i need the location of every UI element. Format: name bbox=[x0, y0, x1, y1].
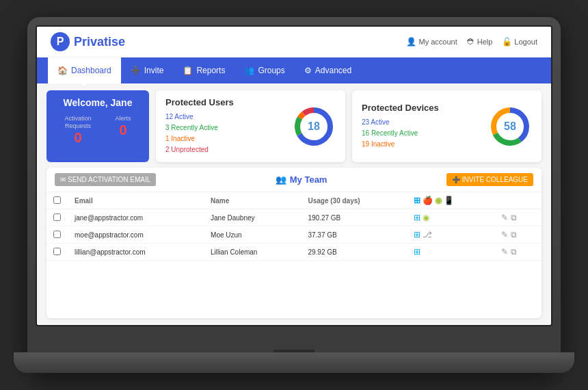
plus-icon: ➕ bbox=[452, 176, 460, 183]
team-title: 👥 My Team bbox=[276, 174, 328, 185]
row-2-os: ⊞ ⎇ bbox=[407, 226, 494, 244]
help-icon: ⛑ bbox=[467, 37, 475, 47]
win-icon: ⊞ bbox=[414, 247, 420, 257]
help-button[interactable]: ⛑ Help bbox=[467, 37, 493, 47]
table-row: jane@appstractor.com Jane Daubney 190.27… bbox=[46, 209, 542, 226]
app-container: P Privatise 👤 My account ⛑ Help 🔓 Logout bbox=[37, 27, 551, 325]
users-total: 18 bbox=[308, 120, 320, 133]
advanced-icon: ⚙ bbox=[304, 66, 312, 75]
copy-icon[interactable]: ⧉ bbox=[511, 230, 517, 239]
invite-icon: ➕ bbox=[131, 66, 141, 75]
devices-inactive: 19 Inactive bbox=[362, 139, 479, 150]
my-account-button[interactable]: 👤 My account bbox=[406, 37, 457, 47]
select-all-checkbox[interactable] bbox=[53, 196, 61, 204]
main-nav: 🏠 Dashboard ➕ Invite 📋 Reports 👥 Groups … bbox=[37, 57, 551, 83]
ios-icon: 📱 bbox=[444, 196, 454, 205]
row-1-checkbox[interactable] bbox=[53, 213, 61, 221]
top-cards-row: Welcome, Jane ActivationRequests 0 Alert… bbox=[46, 90, 542, 162]
users-active: 12 Active bbox=[165, 112, 282, 122]
team-icon: 👥 bbox=[276, 174, 286, 185]
row-2-name: Moe Uzun bbox=[204, 226, 301, 244]
devices-total: 58 bbox=[504, 120, 516, 133]
logo-text: Privatise bbox=[74, 35, 125, 49]
edit-icon[interactable]: ✎ bbox=[501, 213, 508, 222]
row-1-usage: 190.27 GB bbox=[301, 209, 407, 226]
row-2-email: moe@appstractor.com bbox=[68, 226, 204, 244]
dashboard-icon: 🏠 bbox=[57, 66, 68, 75]
table-row: lillian@appstractor.com Lillian Coleman … bbox=[46, 244, 542, 261]
users-unprotected: 2 Unprotected bbox=[165, 144, 282, 155]
users-recently-active: 3 Recently Active bbox=[165, 122, 282, 133]
usb-icon: ⎇ bbox=[423, 230, 432, 239]
activation-value: 0 bbox=[64, 130, 91, 146]
devices-stats: 23 Active 16 Recently Active 19 Inactive bbox=[362, 117, 479, 150]
actions-column-header bbox=[494, 192, 542, 209]
logo-icon: P bbox=[51, 32, 70, 51]
devices-active: 23 Active bbox=[362, 117, 479, 128]
activation-label: ActivationRequests bbox=[64, 115, 91, 130]
row-3-checkbox[interactable] bbox=[53, 248, 61, 255]
row-3-usage: 29.92 GB bbox=[301, 244, 407, 261]
row-3-name: Lillian Coleman bbox=[204, 244, 301, 261]
logout-icon: 🔓 bbox=[502, 37, 512, 47]
devices-donut-chart: 58 bbox=[488, 105, 532, 148]
protected-devices-card: Protected Devices 23 Active 16 Recently … bbox=[352, 90, 542, 162]
row-checkbox-cell bbox=[46, 209, 68, 226]
team-section: ✉ SEND ACTIVATION EMAIL 👥 My Team ➕ INVI… bbox=[46, 168, 542, 318]
nav-groups[interactable]: 👥 Groups bbox=[235, 57, 294, 83]
row-1-email: jane@appstractor.com bbox=[68, 209, 204, 226]
laptop-screen: P Privatise 👤 My account ⛑ Help 🔓 Logout bbox=[36, 25, 552, 326]
invite-colleague-button[interactable]: ➕ INVITE COLLEAGUE bbox=[446, 173, 533, 186]
win-icon: ⊞ bbox=[414, 213, 420, 222]
users-inactive: 1 Inactive bbox=[165, 133, 282, 144]
groups-icon: 👥 bbox=[244, 66, 254, 75]
nav-advanced[interactable]: ⚙ Advanced bbox=[295, 57, 361, 83]
select-all-header bbox=[46, 192, 68, 209]
activation-requests-stat: ActivationRequests 0 bbox=[64, 115, 91, 146]
row-checkbox-cell bbox=[46, 226, 68, 244]
row-1-actions: ✎ ⧉ bbox=[494, 209, 542, 226]
laptop-base bbox=[14, 352, 574, 373]
nav-dashboard[interactable]: 🏠 Dashboard bbox=[48, 57, 121, 83]
protected-users-info: Protected Users 12 Active 3 Recently Act… bbox=[165, 97, 282, 155]
alerts-value: 0 bbox=[115, 122, 131, 138]
team-toolbar: ✉ SEND ACTIVATION EMAIL 👥 My Team ➕ INVI… bbox=[46, 168, 542, 192]
copy-icon[interactable]: ⧉ bbox=[511, 247, 517, 257]
nav-reports[interactable]: 📋 Reports bbox=[173, 57, 235, 83]
windows-icon: ⊞ bbox=[414, 196, 420, 205]
reports-icon: 📋 bbox=[183, 66, 193, 75]
email-icon: ✉ bbox=[60, 176, 66, 183]
row-3-actions: ✎ ⧉ bbox=[494, 244, 542, 261]
protected-users-card: Protected Users 12 Active 3 Recently Act… bbox=[156, 90, 345, 162]
app-header: P Privatise 👤 My account ⛑ Help 🔓 Logout bbox=[37, 27, 551, 57]
edit-icon[interactable]: ✎ bbox=[501, 230, 508, 239]
row-2-checkbox[interactable] bbox=[53, 231, 61, 238]
users-stats: 12 Active 3 Recently Active 1 Inactive 2… bbox=[165, 112, 282, 155]
apple-icon: 🍎 bbox=[423, 196, 433, 205]
os-column-header: ⊞ 🍎 ◉ 📱 bbox=[407, 192, 494, 209]
devices-recently-active: 16 Recently Active bbox=[362, 128, 479, 139]
row-2-actions: ✎ ⧉ bbox=[494, 226, 542, 244]
laptop-frame: P Privatise 👤 My account ⛑ Help 🔓 Logout bbox=[27, 17, 561, 373]
row-3-os: ⊞ bbox=[407, 244, 494, 261]
edit-icon[interactable]: ✎ bbox=[501, 247, 508, 257]
row-checkbox-cell bbox=[46, 244, 68, 261]
logout-button[interactable]: 🔓 Logout bbox=[502, 37, 537, 47]
row-3-email: lillian@appstractor.com bbox=[68, 244, 204, 261]
welcome-card: Welcome, Jane ActivationRequests 0 Alert… bbox=[46, 90, 149, 162]
protected-devices-title: Protected Devices bbox=[362, 103, 479, 113]
account-icon: 👤 bbox=[406, 37, 416, 47]
table-row: moe@appstractor.com Moe Uzun 37.37 GB ⊞ … bbox=[46, 226, 542, 244]
alerts-stat: Alerts 0 bbox=[115, 115, 131, 146]
row-1-os: ⊞ ◉ bbox=[407, 209, 494, 226]
usage-column-header: Usage (30 days) bbox=[301, 192, 407, 209]
row-2-usage: 37.37 GB bbox=[301, 226, 407, 244]
copy-icon[interactable]: ⧉ bbox=[511, 213, 517, 222]
android-icon: ◉ bbox=[435, 196, 442, 205]
logo-area: P Privatise bbox=[51, 32, 125, 51]
name-column-header: Name bbox=[204, 192, 301, 209]
header-actions: 👤 My account ⛑ Help 🔓 Logout bbox=[406, 37, 537, 47]
send-activation-email-button[interactable]: ✉ SEND ACTIVATION EMAIL bbox=[55, 173, 156, 186]
nav-invite[interactable]: ➕ Invite bbox=[121, 57, 174, 83]
protected-devices-info: Protected Devices 23 Active 16 Recently … bbox=[362, 103, 479, 150]
